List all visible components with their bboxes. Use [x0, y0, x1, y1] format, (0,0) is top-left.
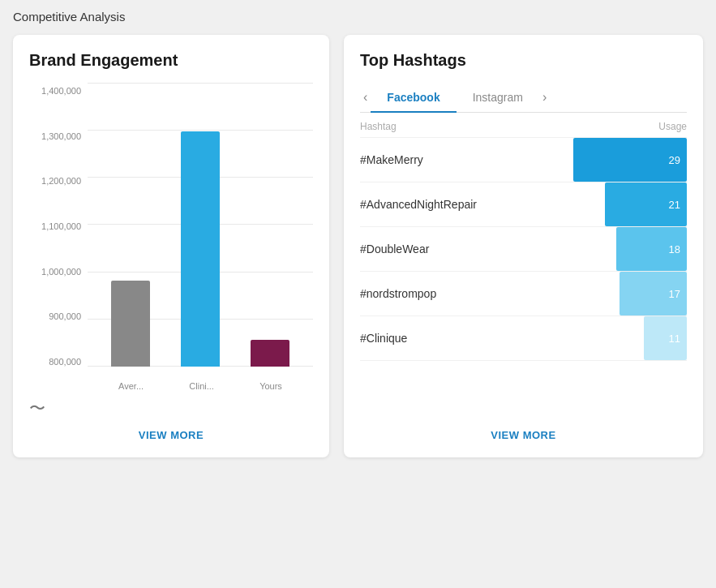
- x-labels: Aver...Clini...Yours: [88, 378, 313, 391]
- chart-footer: 〜: [29, 397, 313, 419]
- col-usage: Usage: [658, 121, 687, 132]
- top-hashtags-title: Top Hashtags: [360, 51, 687, 70]
- y-axis: 1,400,0001,300,0001,200,0001,100,0001,00…: [29, 83, 88, 391]
- bar-group: [251, 340, 289, 367]
- hashtag-row: #DoubleWear18: [360, 227, 687, 272]
- bar-x-label: Yours: [259, 381, 282, 391]
- y-label: 1,300,000: [41, 131, 81, 141]
- hashtag-name: #AdvancedNightRepair: [360, 187, 605, 222]
- bar-x-label: Clini...: [189, 381, 214, 391]
- bar: [111, 281, 150, 367]
- tabs-header: ‹ Facebook Instagram ›: [360, 83, 687, 113]
- bar: [251, 340, 289, 367]
- tab-instagram[interactable]: Instagram: [457, 83, 539, 112]
- bar-chart: 1,400,0001,300,0001,200,0001,100,0001,00…: [29, 83, 313, 391]
- tab-next-arrow[interactable]: ›: [539, 84, 550, 111]
- brand-engagement-title: Brand Engagement: [29, 51, 313, 70]
- bar-x-label: Aver...: [118, 381, 144, 391]
- y-label: 800,000: [49, 357, 81, 367]
- bar: [181, 131, 220, 367]
- y-label: 900,000: [49, 311, 81, 321]
- bar-group: [181, 131, 220, 367]
- hashtag-table: #MakeMerry29#AdvancedNightRepair21#Doubl…: [360, 138, 687, 361]
- hashtag-row: #AdvancedNightRepair21: [360, 182, 687, 227]
- tab-prev-arrow[interactable]: ‹: [360, 84, 371, 111]
- hashtag-row: #nordstrompop17: [360, 272, 687, 316]
- bars-row: [88, 83, 313, 367]
- usage-bar: 29: [573, 138, 687, 182]
- chart-icon: 〜: [29, 397, 45, 419]
- hashtag-name: #nordstrompop: [360, 276, 620, 311]
- usage-bar: 17: [620, 272, 687, 315]
- hashtags-view-more[interactable]: VIEW MORE: [360, 419, 687, 441]
- page-title: Competitive Analysis: [13, 10, 703, 24]
- brand-engagement-view-more[interactable]: VIEW MORE: [29, 419, 313, 441]
- col-hashtag: Hashtag: [360, 121, 397, 132]
- top-hashtags-card: Top Hashtags ‹ Facebook Instagram › Hash…: [344, 35, 703, 457]
- bars-section: Aver...Clini...Yours: [88, 83, 313, 391]
- brand-engagement-card: Brand Engagement 1,400,0001,300,0001,200…: [13, 35, 329, 457]
- y-label: 1,400,000: [41, 86, 81, 96]
- hashtag-row: #Clinique11: [360, 316, 687, 361]
- table-header: Hashtag Usage: [360, 113, 687, 138]
- tab-facebook[interactable]: Facebook: [371, 83, 456, 112]
- y-label: 1,200,000: [41, 176, 81, 186]
- hashtag-name: #MakeMerry: [360, 142, 573, 178]
- hashtag-name: #DoubleWear: [360, 231, 616, 267]
- usage-bar: 21: [605, 182, 687, 226]
- y-label: 1,000,000: [41, 267, 81, 277]
- bar-group: [111, 281, 150, 367]
- usage-bar: 11: [644, 316, 687, 360]
- hashtag-name: #Clinique: [360, 320, 644, 356]
- y-label: 1,100,000: [41, 221, 81, 231]
- hashtag-row: #MakeMerry29: [360, 138, 687, 182]
- usage-bar: 18: [616, 227, 687, 271]
